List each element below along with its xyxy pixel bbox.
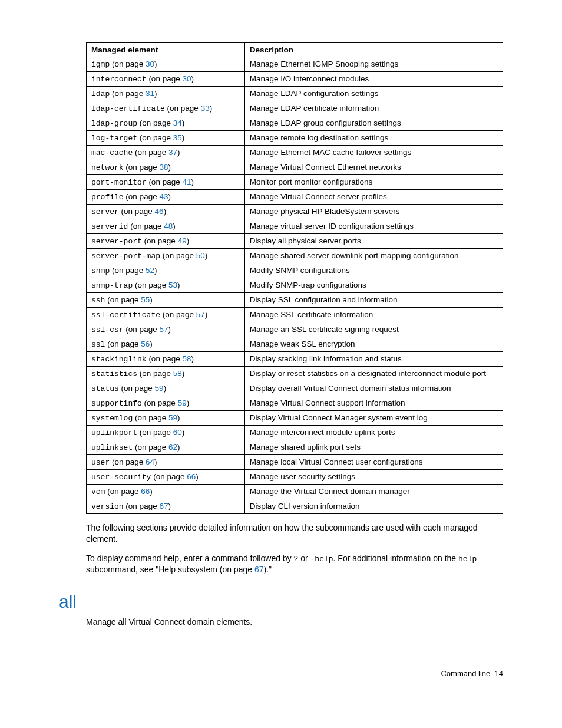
table-row: ssl-csr (on page 57)Manage an SSL certif… bbox=[87, 322, 503, 337]
cell-description: Manage the Virtual Connect domain manage… bbox=[244, 485, 503, 499]
page-link[interactable]: 57 bbox=[159, 325, 168, 334]
on-page-label: (on page bbox=[124, 502, 160, 510]
close-paren: ) bbox=[168, 325, 171, 334]
cell-description: Manage interconnect module uplink ports bbox=[244, 426, 503, 440]
close-paren: ) bbox=[164, 207, 167, 216]
table-row: vcm (on page 66)Manage the Virtual Conne… bbox=[87, 485, 503, 499]
text: or bbox=[298, 554, 310, 563]
table-row: mac-cache (on page 37)Manage Ethernet MA… bbox=[87, 146, 503, 160]
page-link[interactable]: 52 bbox=[146, 266, 154, 275]
command-name: mac-cache bbox=[91, 149, 133, 157]
cell-description: Manage shared uplink port sets bbox=[244, 440, 503, 455]
cell-element: stackinglink (on page 58) bbox=[87, 352, 245, 367]
command-name: ldap bbox=[91, 90, 110, 98]
section-body-all: Manage all Virtual Connect domain elemen… bbox=[86, 617, 503, 628]
cell-element: network (on page 38) bbox=[87, 160, 245, 175]
cell-description: Manage Virtual Connect Ethernet networks bbox=[244, 160, 503, 175]
close-paren: ) bbox=[196, 472, 199, 481]
on-page-label: (on page bbox=[151, 472, 187, 481]
on-page-label: (on page bbox=[105, 295, 141, 304]
page-link[interactable]: 34 bbox=[173, 118, 182, 127]
close-paren: ) bbox=[187, 236, 190, 245]
table-row: snmp-trap (on page 53)Modify SNMP-trap c… bbox=[87, 278, 503, 293]
page-link[interactable]: 50 bbox=[196, 251, 205, 260]
cell-element: ssl-csr (on page 57) bbox=[87, 322, 245, 337]
code-help: help bbox=[458, 555, 477, 564]
page-link[interactable]: 58 bbox=[182, 354, 191, 363]
command-name: ssl-csr bbox=[91, 325, 124, 334]
cell-element: ssl (on page 56) bbox=[87, 337, 245, 352]
command-name: vcm bbox=[91, 487, 105, 496]
page-link[interactable]: 56 bbox=[141, 340, 150, 348]
close-paren: ) bbox=[182, 369, 185, 378]
cell-description: Display all physical server ports bbox=[244, 234, 503, 249]
close-paren: ) bbox=[177, 413, 180, 422]
on-page-label: (on page bbox=[119, 207, 155, 216]
on-page-label: (on page bbox=[133, 413, 168, 422]
table-row: ssl-certificate (on page 57)Manage SSL c… bbox=[87, 308, 503, 322]
table-row: serverid (on page 48)Manage virtual serv… bbox=[87, 219, 503, 234]
page-link[interactable]: 66 bbox=[187, 472, 196, 481]
command-name: uplinkport bbox=[91, 429, 137, 437]
page-link[interactable]: 55 bbox=[141, 295, 150, 304]
paragraph-intro: The following sections provide detailed … bbox=[86, 522, 503, 545]
on-page-label: (on page bbox=[147, 177, 183, 186]
cell-element: supportinfo (on page 59) bbox=[87, 396, 245, 411]
page-link[interactable]: 66 bbox=[141, 487, 150, 496]
cell-element: status (on page 59) bbox=[87, 381, 245, 396]
command-name: stackinglink bbox=[91, 355, 147, 364]
page-link-67[interactable]: 67 bbox=[254, 565, 264, 574]
cell-description: Manage weak SSL encryption bbox=[244, 337, 503, 352]
page-link[interactable]: 35 bbox=[173, 133, 182, 142]
close-paren: ) bbox=[187, 398, 190, 407]
page-link[interactable]: 43 bbox=[159, 192, 168, 201]
on-page-label: (on page bbox=[110, 457, 146, 466]
close-paren: ) bbox=[164, 384, 167, 393]
cell-description: Manage physical HP BladeSystem servers bbox=[244, 205, 503, 219]
command-name: statistics bbox=[91, 370, 137, 378]
on-page-label: (on page bbox=[147, 354, 183, 363]
on-page-label: (on page bbox=[142, 236, 178, 245]
cell-element: profile (on page 43) bbox=[87, 190, 245, 205]
page-link[interactable]: 48 bbox=[164, 222, 173, 230]
page-link[interactable]: 67 bbox=[159, 502, 168, 510]
table-row: version (on page 67)Display CLI version … bbox=[87, 499, 503, 514]
page-link[interactable]: 37 bbox=[168, 148, 177, 157]
command-name: serverid bbox=[91, 222, 128, 231]
page-link[interactable]: 59 bbox=[168, 413, 177, 422]
page-link[interactable]: 49 bbox=[178, 236, 187, 245]
page-link[interactable]: 31 bbox=[146, 89, 154, 98]
page-link[interactable]: 59 bbox=[178, 398, 187, 407]
cell-description: Manage LDAP group configuration settings bbox=[244, 116, 503, 131]
page-link[interactable]: 41 bbox=[182, 177, 191, 186]
page-link[interactable]: 53 bbox=[168, 281, 177, 289]
page-link[interactable]: 60 bbox=[173, 428, 182, 437]
command-name: port-monitor bbox=[91, 178, 147, 187]
page-link[interactable]: 38 bbox=[159, 163, 168, 172]
page-link[interactable]: 57 bbox=[196, 310, 205, 319]
table-row: systemlog (on page 59)Display Virtual Co… bbox=[87, 411, 503, 426]
page-link[interactable]: 33 bbox=[201, 104, 210, 113]
cell-element: server (on page 46) bbox=[87, 205, 245, 219]
on-page-label: (on page bbox=[124, 192, 160, 201]
page-link[interactable]: 30 bbox=[182, 74, 191, 83]
cell-description: Display SSL configuration and informatio… bbox=[244, 293, 503, 308]
code-help-flag: -help bbox=[310, 555, 333, 564]
page-link[interactable]: 46 bbox=[155, 207, 164, 216]
on-page-label: (on page bbox=[147, 74, 183, 83]
page-link[interactable]: 59 bbox=[155, 384, 164, 393]
page-link[interactable]: 58 bbox=[173, 369, 182, 378]
text: subcommand, see "Help subsystem (on page bbox=[86, 565, 254, 574]
close-paren: ) bbox=[154, 60, 157, 68]
page-link[interactable]: 62 bbox=[168, 443, 177, 452]
page-link[interactable]: 64 bbox=[146, 457, 154, 466]
cell-description: Manage an SSL certificate signing reques… bbox=[244, 322, 503, 337]
page-link[interactable]: 30 bbox=[146, 60, 154, 68]
close-paren: ) bbox=[168, 502, 171, 510]
cell-element: server-port (on page 49) bbox=[87, 234, 245, 249]
command-name: ldap-certificate bbox=[91, 104, 165, 113]
close-paren: ) bbox=[177, 281, 180, 289]
table-row: ssl (on page 56)Manage weak SSL encrypti… bbox=[87, 337, 503, 352]
footer-page-number: 14 bbox=[495, 669, 503, 678]
command-name: interconnect bbox=[91, 75, 147, 84]
